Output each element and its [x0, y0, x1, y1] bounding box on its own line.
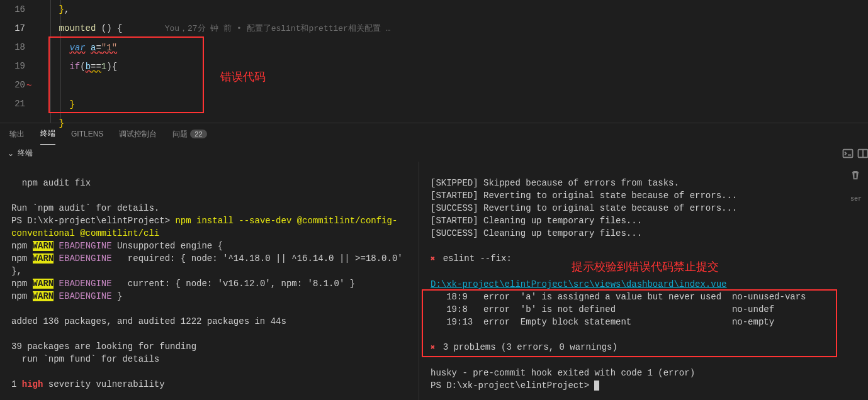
tab-output[interactable]: 输出 [9, 124, 25, 145]
code-line-16[interactable]: }, [38, 0, 868, 19]
code-line-20[interactable]: ~ [38, 76, 868, 95]
code-line-19[interactable]: if(b==1){ [38, 57, 868, 76]
svg-rect-0 [843, 150, 853, 158]
split-terminal-icon[interactable] [857, 147, 868, 160]
code-line-18[interactable]: var a="1" [38, 38, 868, 57]
terminal-profile-icon[interactable] [842, 147, 854, 160]
chevron-down-icon: ⌄ [8, 149, 14, 158]
annotation-label-terminal: 提示校验到错误代码禁止提交 [572, 259, 719, 274]
line-number: 20 [0, 75, 25, 94]
terminal-split: npm audit fix Run `npm audit` for detail… [0, 162, 868, 400]
terminal-pane-left[interactable]: npm audit fix Run `npm audit` for detail… [0, 162, 419, 400]
git-blame-codelens: You，27分 钟 前 • 配置了eslint和prettier相关配置 … [165, 24, 391, 33]
line-number: 18 [0, 38, 25, 57]
kill-terminal-icon[interactable] [849, 169, 862, 181]
terminal-section-label: 终端 [18, 148, 33, 158]
settings-gear-icon[interactable]: ser [849, 192, 862, 205]
line-number: 17 [0, 19, 25, 38]
code-line-21[interactable]: } [38, 95, 868, 114]
error-gutter-icon: ~ [26, 76, 31, 95]
code-line-17[interactable]: mounted () { You，27分 钟 前 • 配置了eslint和pre… [38, 19, 868, 38]
panel-action-icons: ser [843, 147, 868, 205]
code-content[interactable]: }, mounted () { You，27分 钟 前 • 配置了eslint和… [38, 0, 868, 123]
line-number: 16 [0, 0, 25, 19]
terminal-pane-right[interactable]: [SKIPPED] Skipped because of errors from… [419, 162, 868, 400]
code-line-22[interactable]: } [38, 114, 868, 133]
terminal-section-header[interactable]: ⌄ 终端 [0, 145, 868, 162]
editor-area: 16 17 18 19 20 21 }, mounted () { You，27… [0, 0, 868, 123]
line-number: 19 [0, 57, 25, 75]
cursor [594, 381, 599, 391]
x-icon [431, 342, 437, 352]
annotation-label-code: 错误代码 [220, 69, 266, 84]
line-number: 21 [0, 94, 25, 113]
x-icon [431, 253, 437, 264]
line-number-gutter: 16 17 18 19 20 21 [0, 0, 38, 123]
